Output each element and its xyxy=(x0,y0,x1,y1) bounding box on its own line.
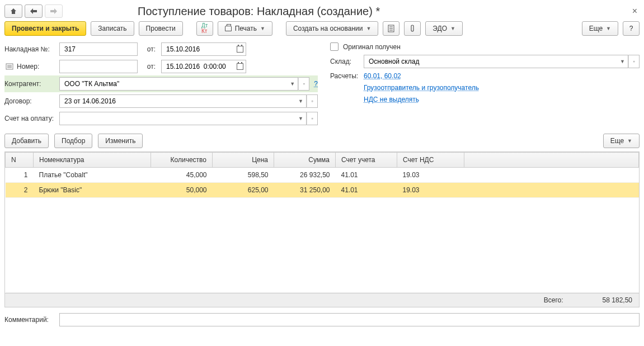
forward-button[interactable] xyxy=(45,4,63,18)
account-open[interactable]: ▫ xyxy=(307,112,318,125)
warehouse-input[interactable] xyxy=(368,57,614,66)
total-value: 58 182,50 xyxy=(603,296,632,304)
help-button[interactable]: ? xyxy=(623,21,640,36)
number-label: Номер: xyxy=(17,63,59,70)
account-label: Счет на оплату: xyxy=(4,115,59,122)
comment-label: Комментарий: xyxy=(4,316,59,324)
table-row[interactable]: 1 Платье "Cobalt" 45,000 598,50 26 932,5… xyxy=(6,168,639,183)
invoice-no-label: Накладная №: xyxy=(4,45,59,53)
original-label: Оригинал получен xyxy=(343,43,401,51)
post-button[interactable]: Провести xyxy=(139,21,183,36)
from1-date-input[interactable] xyxy=(165,45,231,54)
contractor-open[interactable]: ▫ xyxy=(298,77,309,91)
print-icon xyxy=(225,26,232,31)
warehouse-label: Склад: xyxy=(330,58,364,65)
contractor-dropdown[interactable]: ▼ xyxy=(287,77,298,91)
calendar-icon xyxy=(237,63,243,70)
pick-button[interactable]: Подбор xyxy=(54,134,92,148)
post-and-close-button[interactable]: Провести и закрыть xyxy=(4,21,86,36)
account-dropdown[interactable]: ▼ xyxy=(295,112,307,125)
col-price[interactable]: Цена xyxy=(213,153,274,168)
col-sum[interactable]: Сумма xyxy=(274,153,336,168)
invoice-no-input[interactable] xyxy=(63,45,134,54)
from2-date-input[interactable] xyxy=(165,62,231,71)
contractor-input[interactable] xyxy=(63,79,284,88)
warehouse-dropdown[interactable]: ▼ xyxy=(617,55,628,68)
calendar-icon xyxy=(237,46,243,53)
table-row[interactable]: 2 Брюки "Basic" 50,000 625,00 31 250,00 … xyxy=(6,183,639,198)
calc-link[interactable]: 60.01, 60.02 xyxy=(364,72,401,80)
calc-label: Расчеты: xyxy=(330,72,364,80)
shipper-link[interactable]: Грузоотправитель и грузополучатель xyxy=(364,84,479,92)
from2-calendar-button[interactable] xyxy=(234,60,246,73)
number-input[interactable] xyxy=(63,62,134,71)
change-button[interactable]: Изменить xyxy=(98,134,143,148)
total-label: Всего: xyxy=(544,296,563,304)
vat-link[interactable]: НДС не выделять xyxy=(364,96,419,103)
print-button[interactable]: Печать▼ xyxy=(218,21,272,36)
back-button[interactable] xyxy=(25,4,43,18)
col-extra xyxy=(464,153,639,168)
contract-dropdown[interactable]: ▼ xyxy=(295,94,307,108)
account-input[interactable] xyxy=(63,114,292,123)
contract-label: Договор: xyxy=(4,97,59,105)
col-qty[interactable]: Количество xyxy=(151,153,213,168)
contractor-help-link[interactable]: ? xyxy=(314,80,318,88)
add-row-button[interactable]: Добавить xyxy=(4,134,49,148)
from1-label: от: xyxy=(141,45,158,53)
items-table[interactable]: N Номенклатура Количество Цена Сумма Сче… xyxy=(5,152,639,293)
comment-input[interactable] xyxy=(63,315,636,324)
create-based-button[interactable]: Создать на основании▼ xyxy=(286,21,378,36)
original-received-checkbox[interactable] xyxy=(330,42,339,51)
col-nom[interactable]: Номенклатура xyxy=(34,153,151,168)
home-button[interactable] xyxy=(4,4,22,18)
page-title: Поступление товаров: Накладная (создание… xyxy=(138,5,380,18)
attach-button[interactable] xyxy=(404,21,421,36)
dtkt-button[interactable]: ДтКт xyxy=(196,21,213,36)
contract-open[interactable]: ▫ xyxy=(307,94,318,108)
col-acc[interactable]: Счет учета xyxy=(336,153,397,168)
save-button[interactable]: Записать xyxy=(91,21,134,36)
doc-icon xyxy=(6,63,13,70)
more-button[interactable]: Еще▼ xyxy=(582,21,618,36)
from1-calendar-button[interactable] xyxy=(234,42,246,56)
col-n[interactable]: N xyxy=(6,153,34,168)
from2-label: от: xyxy=(141,63,158,70)
edo-button[interactable]: ЭДО▼ xyxy=(425,21,463,36)
table-more-button[interactable]: Еще▼ xyxy=(603,134,640,148)
contract-input[interactable] xyxy=(63,97,292,106)
contractor-label: Контрагент: xyxy=(4,80,59,88)
close-icon[interactable]: × xyxy=(630,6,640,16)
report-button[interactable] xyxy=(383,21,399,36)
warehouse-open[interactable]: ▫ xyxy=(628,55,640,68)
active-cell[interactable]: 625,00 xyxy=(213,183,274,198)
col-vat[interactable]: Счет НДС xyxy=(397,153,464,168)
